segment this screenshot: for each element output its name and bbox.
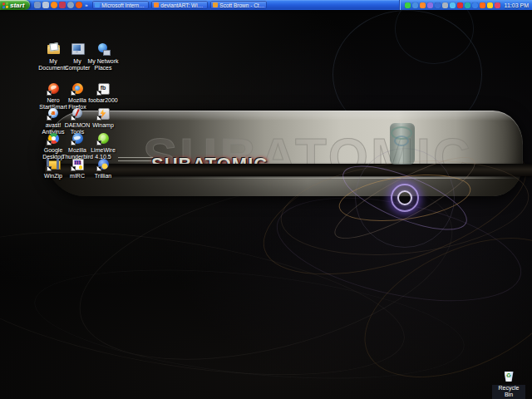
network-tray-icon[interactable]: [472, 2, 478, 8]
trillian-icon: [96, 157, 111, 171]
task-button-label: deviantART: Window...: [160, 2, 205, 8]
mozilla-firefox-icon: [71, 81, 85, 96]
shortcut-arrow-icon: [47, 166, 52, 171]
desktop-icon-recycle-bin[interactable]: Recycle Bin: [492, 369, 525, 399]
windows-flag-quadrant: [6, 5, 8, 7]
desktop-icon-winamp[interactable]: Winamp: [86, 106, 120, 129]
my-network-places-icon: [96, 42, 111, 57]
wallpaper-tube-ring: [394, 135, 409, 146]
shortcut-arrow-icon: [96, 140, 101, 145]
taskbar-clock[interactable]: 11:03 PM: [505, 2, 529, 8]
limewire-tray-icon[interactable]: [405, 2, 411, 8]
volume-tray-icon[interactable]: [495, 2, 500, 8]
shortcut-arrow-icon: [71, 116, 76, 121]
firefox-icon[interactable]: [51, 2, 57, 8]
system-tray: 11:03 PM: [399, 0, 532, 10]
taskbar: start Microsoft Internet Ex...deviantART…: [0, 0, 532, 10]
shortcut-arrow-icon: [71, 166, 76, 171]
desktop-icon-label: foobar2000: [88, 97, 117, 104]
task-button[interactable]: Scott Brown - Ctrl-A...: [210, 1, 267, 9]
task-button[interactable]: Microsoft Internet Ex...: [92, 1, 149, 9]
my-computer-icon: [71, 42, 85, 57]
winzip-icon: [47, 157, 61, 171]
trillian-tray-icon[interactable]: [465, 2, 470, 8]
desktop-icon-my-network-places[interactable]: My Network Places: [86, 42, 120, 72]
winamp-icon: [96, 106, 111, 121]
foobar-tray-icon[interactable]: [435, 2, 441, 8]
shortcut-arrow-icon: [96, 166, 101, 171]
media-player-icon[interactable]: [59, 2, 66, 8]
wallpaper-swirl: [0, 205, 414, 399]
mirc-icon: [71, 157, 85, 171]
desktop-icon-label: My Network Places: [86, 58, 120, 72]
shortcut-arrow-icon: [71, 91, 76, 96]
power-tray-icon[interactable]: [487, 2, 493, 8]
atom-core-ring: [397, 190, 412, 205]
internet-explorer-icon[interactable]: [42, 2, 49, 8]
desktop-icon-foobar2000[interactable]: foobar2000: [86, 81, 120, 104]
opera-icon[interactable]: [76, 2, 82, 8]
avast-antivirus-icon: [47, 106, 61, 121]
messenger-tray-icon[interactable]: [450, 2, 456, 8]
taskbar-task-buttons: Microsoft Internet Ex...deviantART: Wind…: [92, 1, 267, 9]
start-button-label: start: [10, 2, 24, 9]
foobar2000-icon: [96, 81, 111, 96]
desktop-icon-label: WinZip: [44, 173, 62, 180]
google-desktop-icon: [47, 131, 61, 145]
nero-startsmart-icon: [47, 81, 61, 96]
desktop-icon-label: mIRC: [70, 173, 85, 180]
avast-tray-icon[interactable]: [412, 2, 418, 8]
shortcut-arrow-icon: [47, 91, 52, 96]
show-desktop-icon[interactable]: [34, 2, 41, 8]
firefox-tray-icon[interactable]: [480, 2, 485, 8]
desktop-icon-trillian[interactable]: Trillian: [86, 157, 120, 180]
my-documents-icon: [47, 42, 61, 57]
shortcut-arrow-icon: [47, 116, 52, 121]
internet-explorer-icon: [95, 2, 100, 7]
mozilla-thunderbird-icon: [71, 131, 85, 145]
quick-launch-bar: [30, 2, 85, 8]
screen: SUBATOMIC SUBATOMIC My DocumentsMy Compu…: [0, 0, 532, 399]
daemon-tools-icon: [71, 106, 85, 121]
daemon-tools-tray-icon[interactable]: [427, 2, 433, 8]
task-button-label: Scott Brown - Ctrl-A...: [219, 2, 264, 8]
firefox-icon: [154, 2, 159, 7]
windows-flag-icon: [2, 2, 8, 8]
shortcut-arrow-icon: [47, 140, 52, 145]
windows-flag-quadrant: [6, 2, 8, 4]
desktop-icon-label: Recycle Bin: [492, 385, 525, 399]
windows-flag-quadrant: [2, 6, 5, 8]
desktop-wallpaper: SUBATOMIC SUBATOMIC My DocumentsMy Compu…: [0, 0, 532, 399]
messenger-icon[interactable]: [67, 2, 74, 8]
display-tray-icon[interactable]: [442, 2, 448, 8]
windows-flag-quadrant: [2, 2, 5, 5]
limewire-icon: [96, 131, 111, 145]
wallpaper-swirl: [29, 252, 470, 397]
antivirus-tray-icon[interactable]: [457, 2, 463, 8]
task-button-label: Microsoft Internet Ex...: [101, 2, 146, 8]
start-button[interactable]: start: [0, 0, 30, 10]
chat-icon: [213, 2, 218, 7]
desktop-icon-label: Trillian: [95, 173, 111, 180]
quick-launch-overflow-icon[interactable]: [85, 2, 89, 7]
task-button[interactable]: deviantART: Window...: [151, 1, 208, 9]
shortcut-arrow-icon: [96, 116, 101, 121]
shortcut-arrow-icon: [96, 91, 101, 96]
desktop-icon-label: Winamp: [92, 122, 114, 129]
winamp-tray-icon[interactable]: [420, 2, 426, 8]
shortcut-arrow-icon: [71, 140, 76, 145]
recycle-bin-icon: [502, 369, 516, 383]
